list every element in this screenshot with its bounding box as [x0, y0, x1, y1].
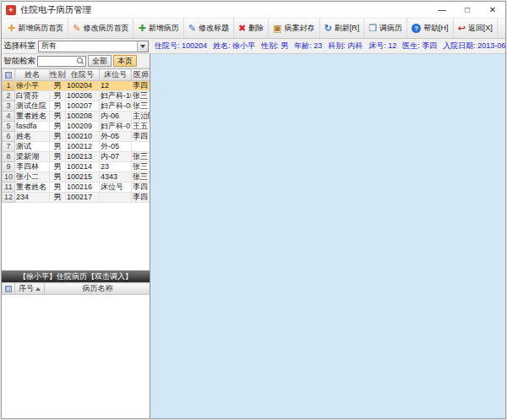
patient-name-cell: 张小二 [15, 172, 50, 183]
search-all-button[interactable]: 全部 [88, 55, 112, 67]
patient-name-cell: 234 [15, 193, 50, 203]
patient-row[interactable]: 5 fasdfa 男 100209 妇产科-07 王五 [3, 122, 151, 132]
patient-table: 姓名 性别 住院号 床位号 医师 1 徐小平 男 100204 12 李四 2 … [2, 68, 150, 203]
column-header-admission-no[interactable]: 住院号 [66, 69, 100, 81]
bed-no-cell: 23 [100, 162, 132, 172]
app-window: + 住院电子病历管理 — □ ✕ 新增病历首页 修改病历首页 新增病历 修改标题… [1, 1, 506, 419]
patient-info-bar: 住院号: 100204 姓名: 徐小平 性别: 男 年龄: 23 科别: 内科 … [150, 41, 505, 52]
close-button[interactable]: ✕ [480, 2, 505, 18]
column-header-record-name[interactable]: 病历名称 [45, 283, 151, 295]
toolbar: 新增病历首页 修改病历首页 新增病历 修改标题 删除 病案封存 刷新[R] 调 [2, 19, 505, 39]
patient-row[interactable]: 6 姓名 男 100210 外-05 李四 [3, 132, 151, 142]
gender-cell: 男 [50, 183, 66, 193]
row-number-cell: 11 [3, 183, 15, 193]
edit-record-home-button[interactable]: 修改病历首页 [68, 19, 134, 38]
toolbar-button-label: 新增病历首页 [18, 23, 63, 34]
records-table-header-row: 序号 病历名称 [3, 283, 151, 295]
doctor-cell: 李四 [132, 183, 151, 193]
search-input[interactable] [38, 57, 77, 66]
row-number-cell: 8 [3, 152, 15, 162]
edit-record-home-icon [73, 24, 80, 33]
column-header-serial-no[interactable]: 序号 [15, 283, 45, 295]
row-number-cell: 12 [3, 193, 15, 203]
doctor-cell: 张三 [132, 162, 151, 172]
doctor-cell: 主治医生 [132, 112, 151, 122]
row-number-cell: 6 [3, 132, 15, 142]
toolbar-button-label: 返回[X] [468, 23, 493, 34]
patient-row[interactable]: 3 测试住院 男 100207 妇产科-08 张三 [3, 101, 151, 112]
app-icon: + [6, 5, 16, 15]
patient-info-field: 姓名: 徐小平 [213, 41, 255, 52]
patient-name-cell: 李四林 [15, 162, 50, 172]
column-header-name[interactable]: 姓名 [15, 69, 50, 81]
patient-row[interactable]: 11 重者姓名 男 100216 床位号 李四 [3, 183, 151, 193]
load-record-icon [368, 24, 377, 33]
patient-row[interactable]: 1 徐小平 男 100204 12 李四 [3, 81, 151, 91]
load-record-button[interactable]: 调病历 [364, 19, 407, 38]
grid-selector-icon [5, 72, 12, 79]
maximize-button[interactable]: □ [455, 2, 480, 18]
search-page-button[interactable]: 本页 [113, 55, 137, 67]
column-header-gender[interactable]: 性别 [50, 69, 66, 81]
patient-row[interactable]: 10 张小二 男 100215 4343 张三 [3, 172, 151, 183]
records-list-empty-space [2, 295, 150, 418]
edit-title-button[interactable]: 修改标题 [184, 19, 234, 38]
help-button[interactable]: ? 帮助[H] [407, 19, 454, 38]
main-area: 智能检索 全部 本页 姓名 性别 住院号 [2, 54, 505, 418]
gender-cell: 男 [50, 81, 66, 91]
delete-button[interactable]: 删除 [234, 19, 269, 38]
admission-no-cell: 100208 [66, 112, 100, 122]
doctor-cell: 李四 [132, 132, 151, 142]
gender-cell: 男 [50, 142, 66, 152]
subheader: 选择科室 所有 住院号: 100204 姓名: 徐小平 性别: 男 年龄: 23… [2, 39, 505, 54]
gender-cell: 男 [50, 101, 66, 112]
new-record-home-button[interactable]: 新增病历首页 [3, 19, 68, 38]
admission-no-cell: 100206 [66, 91, 100, 101]
row-number-cell: 10 [3, 172, 15, 183]
patient-row[interactable]: 12 234 男 100217 李四 [3, 193, 151, 203]
patient-name-cell: 测试 [15, 142, 50, 152]
refresh-button[interactable]: 刷新[R] [320, 19, 365, 38]
patient-info-field: 科别: 内科 [328, 41, 363, 52]
doctor-cell: 王五 [132, 122, 151, 132]
bed-no-cell: 外-05 [100, 132, 132, 142]
gender-cell: 男 [50, 193, 66, 203]
column-header-bed-no[interactable]: 床位号 [100, 69, 132, 81]
admission-no-cell: 100216 [66, 183, 100, 193]
dept-select-dropdown-button[interactable] [137, 41, 148, 52]
row-number-cell: 2 [3, 91, 15, 101]
patient-name-cell: 重者姓名 [15, 183, 50, 193]
toolbar-button-label: 病案封存 [285, 23, 315, 34]
toolbar-button-label: 新增病历 [149, 23, 179, 34]
patient-row[interactable]: 8 梁新湖 男 100213 内-07 张三 [3, 152, 151, 162]
bed-no-cell: 内-06 [100, 112, 132, 122]
archive-button[interactable]: 病案封存 [269, 19, 319, 38]
return-button[interactable]: 返回[X] [454, 19, 498, 38]
bed-no-cell: 床位号 [100, 183, 132, 193]
patient-info-field: 医生: 李四 [402, 41, 437, 52]
toolbar-button-label: 删除 [248, 23, 264, 34]
patient-row[interactable]: 4 重者姓名 男 100208 内-06 主治医生 [3, 112, 151, 122]
toolbar-button-label: 修改标题 [199, 23, 229, 34]
dept-select[interactable]: 所有 [38, 41, 149, 52]
gender-cell: 男 [50, 112, 66, 122]
patient-row[interactable]: 2 白贤芬 男 100206 妇产科-10 张三 [3, 91, 151, 101]
refresh-icon [324, 24, 332, 33]
bed-no-cell: 4343 [100, 172, 132, 183]
new-record-button[interactable]: 新增病历 [134, 19, 183, 38]
row-selector-header [3, 69, 15, 81]
search-icon [77, 57, 84, 65]
column-header-doctor[interactable]: 医师 [132, 69, 151, 81]
patient-info-field: 住院号: 100204 [155, 41, 207, 52]
toolbar-button-label: 修改病历首页 [83, 23, 128, 34]
grid-selector-icon [5, 286, 12, 292]
patient-row[interactable]: 7 测试 男 100212 外-05 [3, 142, 151, 152]
row-number-cell: 4 [3, 112, 15, 122]
dept-filter-label: 选择科室 [3, 41, 35, 52]
admission-no-cell: 100213 [66, 152, 100, 162]
minimize-button[interactable]: — [429, 2, 455, 18]
patient-list-panel: 智能检索 全部 本页 姓名 性别 住院号 [2, 54, 150, 418]
patient-row[interactable]: 9 李四林 男 100214 23 张三 [3, 162, 151, 172]
chevron-down-icon [140, 45, 145, 48]
return-icon [458, 24, 466, 33]
